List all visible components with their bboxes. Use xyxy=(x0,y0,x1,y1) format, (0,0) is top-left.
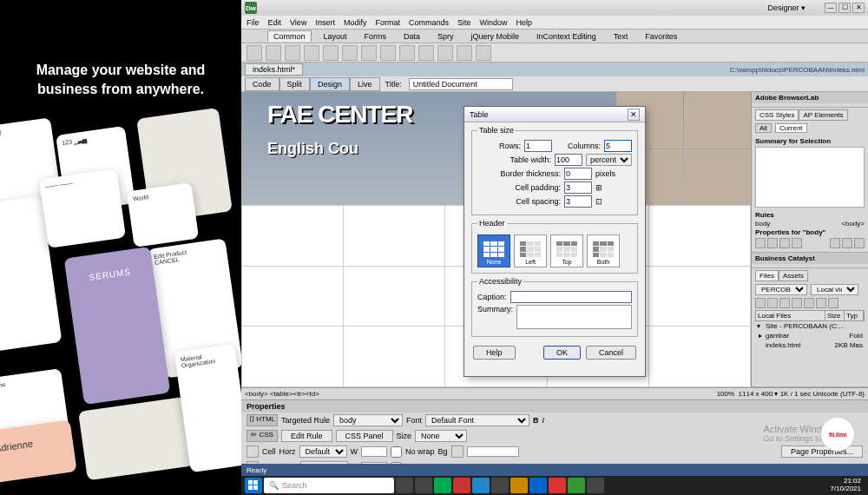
width-input[interactable] xyxy=(361,446,387,457)
targeted-rule-select[interactable]: body xyxy=(333,414,403,426)
panel-tab[interactable]: AP Elements xyxy=(799,109,847,121)
insert-tab[interactable]: Data xyxy=(398,31,425,42)
css-mode-button[interactable]: ✏ CSS xyxy=(247,430,278,442)
zoom-level[interactable]: 100% xyxy=(717,390,734,398)
menu-item[interactable]: Window xyxy=(479,18,507,27)
html-mode-button[interactable]: ⟨⟩ HTML xyxy=(247,414,278,426)
css-tool-icon[interactable] xyxy=(792,238,802,248)
css-tool-icon[interactable] xyxy=(854,238,865,248)
summary-textarea[interactable] xyxy=(516,305,632,329)
edit-rule-button[interactable]: Edit Rule xyxy=(281,430,332,442)
menu-item[interactable]: Insert xyxy=(315,18,335,27)
tool-icon[interactable] xyxy=(476,45,491,61)
header-top-option[interactable]: Top xyxy=(550,234,583,267)
taskbar-clock[interactable]: 21:027/10/2021 xyxy=(826,478,865,493)
insert-tab[interactable]: Common xyxy=(267,30,312,42)
view-split-button[interactable]: Split xyxy=(279,77,311,91)
cancel-button[interactable]: Cancel xyxy=(586,346,636,360)
tool-icon[interactable] xyxy=(247,45,262,61)
view-design-button[interactable]: Design xyxy=(310,77,350,91)
css-panel-button[interactable]: CSS Panel xyxy=(336,430,393,442)
taskbar-icon[interactable] xyxy=(549,478,566,493)
files-tool-icon[interactable] xyxy=(792,298,802,308)
taskbar-icon[interactable] xyxy=(396,478,413,493)
header-both-option[interactable]: Both xyxy=(587,234,620,267)
files-tool-icon[interactable] xyxy=(767,298,778,308)
bg-input[interactable] xyxy=(467,446,519,457)
taskbar-icon[interactable] xyxy=(472,478,490,493)
menu-item[interactable]: Help xyxy=(516,18,532,27)
nowrap-checkbox[interactable] xyxy=(391,446,402,458)
tool-icon[interactable] xyxy=(285,45,300,61)
taskbar-icon[interactable] xyxy=(415,478,432,493)
site-select[interactable]: PERCOBAAN xyxy=(755,284,807,295)
width-unit-select[interactable]: percent xyxy=(586,154,632,166)
document-title-input[interactable] xyxy=(409,78,513,90)
document-tab[interactable]: indeks.html* xyxy=(245,63,303,76)
ok-button[interactable]: OK xyxy=(543,346,581,360)
css-tool-icon[interactable] xyxy=(755,238,766,248)
cellpadding-input[interactable] xyxy=(564,182,592,194)
insert-tab[interactable]: jQuery Mobile xyxy=(466,31,525,42)
insert-tab[interactable]: InContext Editing xyxy=(531,31,602,42)
tool-icon[interactable] xyxy=(361,45,377,61)
files-tool-icon[interactable] xyxy=(755,298,766,308)
taskbar-icon[interactable] xyxy=(453,478,470,493)
css-tool-icon[interactable] xyxy=(779,238,790,248)
dialog-close-button[interactable]: ✕ xyxy=(628,109,640,121)
rows-input[interactable] xyxy=(524,140,552,152)
taskbar-icon[interactable] xyxy=(491,478,509,493)
page-properties-button[interactable]: Page Properties... xyxy=(781,446,863,458)
menu-item[interactable]: File xyxy=(247,18,260,27)
properties-title[interactable]: Properties xyxy=(241,400,868,412)
css-all-button[interactable]: All xyxy=(755,123,772,133)
tool-icon[interactable] xyxy=(437,45,453,61)
caption-input[interactable] xyxy=(510,291,632,303)
files-tool-icon[interactable] xyxy=(804,298,814,308)
maximize-button[interactable]: ☐ xyxy=(838,3,851,13)
insert-tab[interactable]: Forms xyxy=(359,31,392,42)
file-tree[interactable]: Local FilesSizeTyp ▾Site - PERCOBAAN (C:… xyxy=(755,310,865,362)
taskbar-icon[interactable] xyxy=(587,478,604,493)
css-current-button[interactable]: Current xyxy=(775,123,807,133)
panel-title[interactable]: Business Catalyst xyxy=(752,253,868,264)
columns-input[interactable] xyxy=(604,140,632,152)
insert-tab[interactable]: Layout xyxy=(319,31,352,42)
tool-icon[interactable] xyxy=(323,45,339,61)
tool-icon[interactable] xyxy=(380,45,396,61)
view-select[interactable]: Local view xyxy=(811,284,858,295)
view-code-button[interactable]: Code xyxy=(245,77,279,91)
size-select[interactable]: None xyxy=(415,430,467,442)
tool-icon[interactable] xyxy=(266,45,281,61)
header-left-option[interactable]: Left xyxy=(514,234,547,267)
header-none-option[interactable]: None xyxy=(477,234,510,267)
font-select[interactable]: Default Font xyxy=(425,414,529,426)
insert-tab[interactable]: Text xyxy=(608,31,634,42)
menu-item[interactable]: View xyxy=(290,18,306,27)
panel-tab[interactable]: Assets xyxy=(779,270,808,281)
menu-item[interactable]: Edit xyxy=(268,18,282,27)
view-live-button[interactable]: Live xyxy=(350,77,380,91)
taskbar-icon[interactable] xyxy=(510,478,528,493)
taskbar-search[interactable]: 🔍Search xyxy=(264,478,394,493)
css-tool-icon[interactable] xyxy=(830,238,840,248)
files-tool-icon[interactable] xyxy=(828,298,838,308)
start-button[interactable] xyxy=(245,478,262,493)
workspace-label[interactable]: Designer xyxy=(767,3,799,12)
menu-item[interactable]: Format xyxy=(375,18,400,27)
menu-item[interactable]: Commands xyxy=(409,18,449,27)
tool-icon[interactable] xyxy=(342,45,358,61)
tool-icon[interactable] xyxy=(304,45,319,61)
taskbar-icon[interactable] xyxy=(529,478,547,493)
menu-item[interactable]: Modify xyxy=(344,18,367,27)
tool-icon[interactable] xyxy=(418,45,434,61)
horz-select[interactable]: Default xyxy=(299,446,347,458)
tool-icon[interactable] xyxy=(399,45,415,61)
close-button[interactable]: ✕ xyxy=(852,3,865,13)
tool-icon[interactable] xyxy=(457,45,472,61)
insert-tab[interactable]: Favorites xyxy=(640,31,682,42)
menu-item[interactable]: Site xyxy=(457,18,471,27)
taskbar-icon[interactable] xyxy=(434,478,451,493)
css-tool-icon[interactable] xyxy=(842,238,852,248)
files-tool-icon[interactable] xyxy=(779,298,790,308)
